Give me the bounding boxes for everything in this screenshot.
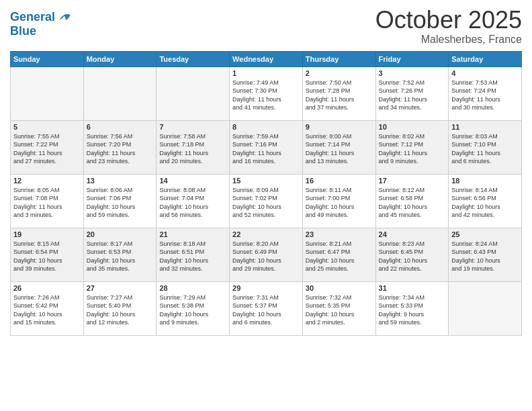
calendar-week-1: 1Sunrise: 7:49 AM Sunset: 7:30 PM Daylig… <box>11 66 522 120</box>
day-number: 25 <box>451 230 519 238</box>
calendar-cell: 24Sunrise: 8:23 AM Sunset: 6:45 PM Dayli… <box>375 228 449 281</box>
cell-content: Sunrise: 8:02 AM Sunset: 7:12 PM Dayligh… <box>379 132 446 166</box>
cell-content: Sunrise: 7:58 AM Sunset: 7:18 PM Dayligh… <box>159 132 226 166</box>
header: General Blue October 2025 Malesherbes, F… <box>10 7 522 46</box>
cell-content: Sunrise: 8:15 AM Sunset: 6:54 PM Dayligh… <box>13 240 81 273</box>
cell-content: Sunrise: 8:24 AM Sunset: 6:43 PM Dayligh… <box>451 240 519 273</box>
day-number: 2 <box>306 69 373 77</box>
location: Malesherbes, France <box>375 34 522 46</box>
calendar-cell: 21Sunrise: 8:18 AM Sunset: 6:51 PM Dayli… <box>157 228 230 281</box>
cell-content: Sunrise: 7:27 AM Sunset: 5:40 PM Dayligh… <box>87 293 154 327</box>
cell-content: Sunrise: 8:09 AM Sunset: 7:02 PM Dayligh… <box>232 186 300 220</box>
calendar-cell: 28Sunrise: 7:29 AM Sunset: 5:38 PM Dayli… <box>157 281 230 335</box>
calendar-cell: 25Sunrise: 8:24 AM Sunset: 6:43 PM Dayli… <box>449 228 522 281</box>
day-number: 3 <box>379 69 446 77</box>
month-title: October 2025 <box>375 7 522 34</box>
day-number: 10 <box>379 123 446 131</box>
cell-content: Sunrise: 8:23 AM Sunset: 6:45 PM Dayligh… <box>379 240 446 273</box>
day-header-tuesday: Tuesday <box>157 51 230 66</box>
day-header-wednesday: Wednesday <box>230 51 303 66</box>
cell-content: Sunrise: 7:52 AM Sunset: 7:26 PM Dayligh… <box>379 79 446 112</box>
day-number: 24 <box>379 230 446 238</box>
cell-content: Sunrise: 7:32 AM Sunset: 5:35 PM Dayligh… <box>306 293 373 327</box>
day-header-friday: Friday <box>375 51 449 66</box>
day-header-sunday: Sunday <box>11 51 84 66</box>
day-number: 20 <box>87 230 154 238</box>
cell-content: Sunrise: 8:18 AM Sunset: 6:51 PM Dayligh… <box>159 240 226 273</box>
cell-content: Sunrise: 8:17 AM Sunset: 6:53 PM Dayligh… <box>87 240 154 273</box>
calendar-cell: 15Sunrise: 8:09 AM Sunset: 7:02 PM Dayli… <box>230 174 303 228</box>
calendar-cell: 18Sunrise: 8:14 AM Sunset: 6:56 PM Dayli… <box>449 174 522 228</box>
calendar-cell: 9Sunrise: 8:00 AM Sunset: 7:14 PM Daylig… <box>302 120 375 174</box>
cell-content: Sunrise: 7:29 AM Sunset: 5:38 PM Dayligh… <box>159 293 226 327</box>
day-number: 19 <box>13 230 81 238</box>
calendar-cell: 5Sunrise: 7:55 AM Sunset: 7:22 PM Daylig… <box>11 120 84 174</box>
day-number: 17 <box>379 177 446 185</box>
day-number: 15 <box>232 177 300 185</box>
calendar-cell: 29Sunrise: 7:31 AM Sunset: 5:37 PM Dayli… <box>230 281 303 335</box>
calendar-cell: 30Sunrise: 7:32 AM Sunset: 5:35 PM Dayli… <box>302 281 375 335</box>
cell-content: Sunrise: 8:14 AM Sunset: 6:56 PM Dayligh… <box>451 186 519 220</box>
calendar-cell: 12Sunrise: 8:05 AM Sunset: 7:08 PM Dayli… <box>11 174 84 228</box>
cell-content: Sunrise: 7:31 AM Sunset: 5:37 PM Dayligh… <box>232 293 300 327</box>
calendar-cell: 8Sunrise: 7:59 AM Sunset: 7:16 PM Daylig… <box>230 120 303 174</box>
calendar-cell: 19Sunrise: 8:15 AM Sunset: 6:54 PM Dayli… <box>11 228 84 281</box>
day-number: 5 <box>13 123 81 131</box>
calendar-cell: 22Sunrise: 8:20 AM Sunset: 6:49 PM Dayli… <box>230 228 303 281</box>
cell-content: Sunrise: 7:59 AM Sunset: 7:16 PM Dayligh… <box>232 132 300 166</box>
day-number: 6 <box>87 123 154 131</box>
calendar-cell: 10Sunrise: 8:02 AM Sunset: 7:12 PM Dayli… <box>375 120 449 174</box>
cell-content: Sunrise: 7:26 AM Sunset: 5:42 PM Dayligh… <box>13 293 81 327</box>
title-block: October 2025 Malesherbes, France <box>375 7 522 46</box>
calendar-cell: 1Sunrise: 7:49 AM Sunset: 7:30 PM Daylig… <box>230 66 303 120</box>
calendar-cell <box>157 66 230 120</box>
calendar-cell: 3Sunrise: 7:52 AM Sunset: 7:26 PM Daylig… <box>375 66 449 120</box>
cell-content: Sunrise: 8:06 AM Sunset: 7:06 PM Dayligh… <box>87 186 154 220</box>
calendar-week-2: 5Sunrise: 7:55 AM Sunset: 7:22 PM Daylig… <box>11 120 522 174</box>
calendar-body: 1Sunrise: 7:49 AM Sunset: 7:30 PM Daylig… <box>11 66 522 335</box>
cell-content: Sunrise: 8:05 AM Sunset: 7:08 PM Dayligh… <box>13 186 81 220</box>
calendar-cell: 27Sunrise: 7:27 AM Sunset: 5:40 PM Dayli… <box>83 281 157 335</box>
calendar-cell: 17Sunrise: 8:12 AM Sunset: 6:58 PM Dayli… <box>375 174 449 228</box>
calendar-cell: 20Sunrise: 8:17 AM Sunset: 6:53 PM Dayli… <box>83 228 157 281</box>
calendar-cell <box>449 281 522 335</box>
day-number: 13 <box>87 177 154 185</box>
day-header-monday: Monday <box>83 51 157 66</box>
cell-content: Sunrise: 8:11 AM Sunset: 7:00 PM Dayligh… <box>306 186 373 220</box>
cell-content: Sunrise: 7:49 AM Sunset: 7:30 PM Dayligh… <box>232 79 300 112</box>
calendar-cell: 23Sunrise: 8:21 AM Sunset: 6:47 PM Dayli… <box>302 228 375 281</box>
cell-content: Sunrise: 8:03 AM Sunset: 7:10 PM Dayligh… <box>451 132 519 166</box>
calendar-cell <box>11 66 84 120</box>
day-number: 23 <box>306 230 373 238</box>
cell-content: Sunrise: 8:12 AM Sunset: 6:58 PM Dayligh… <box>379 186 446 220</box>
calendar-cell: 14Sunrise: 8:08 AM Sunset: 7:04 PM Dayli… <box>157 174 230 228</box>
page-container: General Blue October 2025 Malesherbes, F… <box>0 0 532 342</box>
day-number: 8 <box>232 123 300 131</box>
logo: General Blue <box>10 9 73 38</box>
day-number: 31 <box>379 284 446 292</box>
day-header-thursday: Thursday <box>302 51 375 66</box>
day-number: 14 <box>159 177 226 185</box>
day-number: 1 <box>232 69 300 77</box>
calendar-cell: 31Sunrise: 7:34 AM Sunset: 5:33 PM Dayli… <box>375 281 449 335</box>
day-number: 12 <box>13 177 81 185</box>
day-number: 22 <box>232 230 300 238</box>
day-number: 30 <box>306 284 373 292</box>
calendar-header-row: SundayMondayTuesdayWednesdayThursdayFrid… <box>11 51 522 66</box>
cell-content: Sunrise: 7:53 AM Sunset: 7:24 PM Dayligh… <box>451 79 519 112</box>
logo-blue: Blue <box>10 24 73 38</box>
calendar-cell: 4Sunrise: 7:53 AM Sunset: 7:24 PM Daylig… <box>449 66 522 120</box>
logo-icon <box>56 9 73 26</box>
cell-content: Sunrise: 8:00 AM Sunset: 7:14 PM Dayligh… <box>306 132 373 166</box>
calendar-cell: 6Sunrise: 7:56 AM Sunset: 7:20 PM Daylig… <box>83 120 157 174</box>
calendar-week-5: 26Sunrise: 7:26 AM Sunset: 5:42 PM Dayli… <box>11 281 522 335</box>
day-number: 7 <box>159 123 226 131</box>
day-number: 28 <box>159 284 226 292</box>
cell-content: Sunrise: 7:56 AM Sunset: 7:20 PM Dayligh… <box>87 132 154 166</box>
cell-content: Sunrise: 8:20 AM Sunset: 6:49 PM Dayligh… <box>232 240 300 273</box>
day-number: 9 <box>306 123 373 131</box>
day-number: 27 <box>87 284 154 292</box>
day-number: 4 <box>451 69 519 77</box>
day-number: 26 <box>13 284 81 292</box>
calendar-cell <box>83 66 157 120</box>
